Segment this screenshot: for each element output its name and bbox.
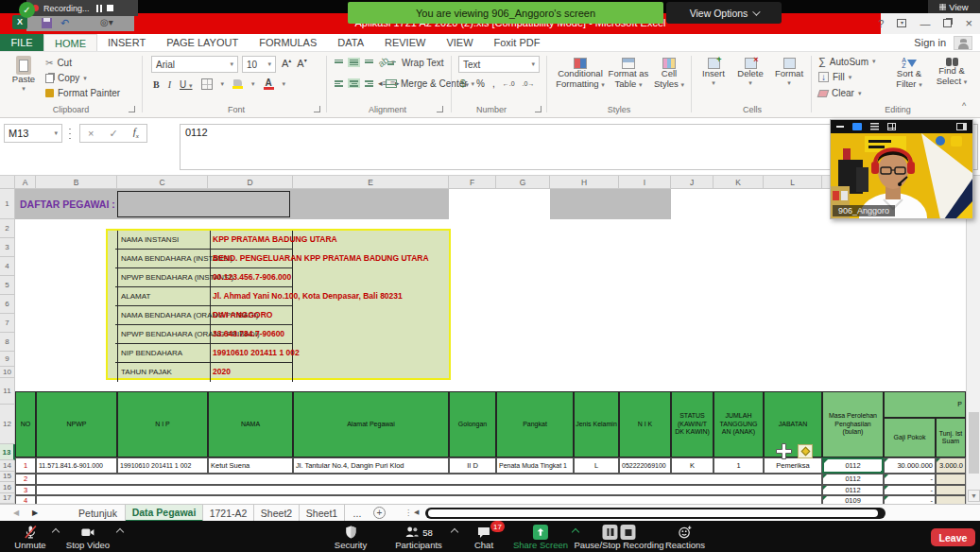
cell-tunjangan[interactable]: 3.000.0	[936, 457, 966, 474]
font-size-select[interactable]: 10 ▾	[242, 56, 276, 73]
align-left-button[interactable]	[333, 78, 345, 88]
col-header-G[interactable]: G	[496, 176, 550, 189]
redo-icon[interactable]: ↷	[81, 17, 90, 29]
row-header-5[interactable]: 5	[0, 276, 15, 295]
list-view-icon[interactable]	[870, 123, 879, 130]
sheet-nav-prev-icon[interactable]: ◀	[13, 509, 19, 517]
align-middle-button[interactable]	[348, 58, 360, 67]
select-all-corner[interactable]	[0, 176, 15, 189]
cut-button[interactable]: ✂ Cut	[45, 58, 72, 68]
align-bottom-button[interactable]	[363, 58, 375, 67]
th-gaji-pokok[interactable]: Gaji Pokok	[884, 418, 936, 457]
row-header-4[interactable]: 4	[0, 257, 15, 276]
sheet-tab-petunjuk[interactable]: Petunjuk	[71, 505, 126, 522]
th-nik[interactable]: N I K	[619, 391, 671, 457]
share-screen-button[interactable]: Share Screen	[513, 525, 568, 550]
align-center-button[interactable]	[348, 78, 360, 88]
reactions-button[interactable]: Reactions	[665, 525, 705, 550]
col-header-J[interactable]: J	[671, 176, 714, 189]
stop-recording-icon[interactable]	[107, 5, 113, 11]
sheet-tab-sheet2[interactable]: Sheet2	[254, 505, 300, 522]
th-jabatan[interactable]: JABATAN	[764, 391, 822, 457]
row-header-13[interactable]: 13	[0, 444, 15, 460]
sheet-nav-next-icon[interactable]: ▶	[32, 509, 38, 517]
bold-button[interactable]: B	[153, 79, 160, 90]
minimize-video-icon[interactable]	[836, 126, 844, 128]
format-as-table-button[interactable]: Format as Table ▾	[607, 58, 650, 90]
align-top-button[interactable]	[333, 58, 345, 67]
th-nama[interactable]: NAMA	[208, 391, 293, 457]
unmute-button[interactable]: Unmute	[14, 525, 45, 550]
font-family-select[interactable]: Arial ▾	[151, 56, 238, 73]
cell-gaji[interactable]: -	[884, 485, 936, 496]
tab-data[interactable]: DATA	[327, 34, 374, 51]
cell-styles-button[interactable]: Cell Styles ▾	[650, 58, 688, 90]
col-header-C[interactable]: C	[117, 176, 208, 189]
th-penghasilan-group[interactable]: P	[884, 391, 966, 418]
row-header-17[interactable]: 17	[0, 493, 15, 505]
empty-row[interactable]	[36, 474, 822, 485]
delete-cells-button[interactable]: × Delete ▾	[733, 58, 767, 87]
info-row[interactable]: NPWP BENDAHARA (INSTANSI) 00.123.456.7-9…	[108, 268, 449, 287]
minimize-button[interactable]: ―	[920, 18, 930, 29]
insert-function-button[interactable]: fx	[133, 126, 139, 140]
empty-row[interactable]	[36, 485, 822, 496]
help-button[interactable]: ?	[878, 18, 884, 29]
row-header-12[interactable]: 12	[0, 405, 15, 444]
col-header-A[interactable]: A	[15, 176, 36, 189]
col-header-F[interactable]: F	[449, 176, 496, 189]
info-row[interactable]: NIP BENDAHARA 19910610 201411 1 002	[108, 344, 449, 363]
col-header-H[interactable]: H	[550, 176, 619, 189]
sign-in-link[interactable]: Sign in	[914, 37, 946, 48]
borders-button[interactable]	[201, 78, 213, 90]
cell-pangkat[interactable]: Penata Muda Tingkat 1	[496, 457, 574, 474]
close-button[interactable]: ×	[965, 16, 972, 30]
cell-alamat[interactable]: Jl. Tantular No.4, Dangin Puri Klod	[293, 457, 449, 474]
row-header-16[interactable]: 16	[0, 482, 15, 493]
cell-tunjangan[interactable]	[936, 474, 966, 485]
cell-masa-selected[interactable]: 0112	[822, 457, 884, 474]
leave-button[interactable]: Leave	[931, 528, 975, 546]
info-row[interactable]: NAMA BENDAHARA (INSTANSI) BEND. PENGELUA…	[108, 250, 449, 268]
col-header-D[interactable]: D	[208, 176, 293, 189]
cancel-entry-button[interactable]: ×	[88, 128, 94, 139]
align-right-button[interactable]	[363, 78, 375, 88]
th-jenis-kelamin[interactable]: Jenis Kelamin	[574, 391, 619, 457]
fill-color-button[interactable]	[232, 79, 243, 89]
cell-nama[interactable]: Ketut Suena	[208, 457, 293, 474]
avatar[interactable]	[954, 36, 972, 50]
th-golongan[interactable]: Golongan	[449, 391, 496, 457]
find-select-button[interactable]: Find & Select ▾	[932, 58, 971, 87]
scroll-down-arrow[interactable]: ▼	[968, 490, 980, 502]
row-header-9[interactable]: 9	[0, 352, 15, 367]
info-row[interactable]: ALAMAT Jl. Ahmad Yani No.100, Kota Denpa…	[108, 287, 449, 306]
number-dialog-launcher[interactable]	[535, 106, 542, 112]
th-pangkat[interactable]: Pangkat	[496, 391, 574, 457]
sheet-tab-overflow[interactable]: ...	[345, 505, 370, 522]
participants-button[interactable]: 58 Participants	[395, 525, 442, 550]
row-header-8[interactable]: 8	[0, 333, 15, 352]
security-button[interactable]: Security	[335, 525, 367, 550]
underline-button[interactable]: U ▾	[180, 79, 193, 90]
tab-formulas[interactable]: FORMULAS	[249, 34, 327, 51]
th-tunjangan[interactable]: Tunj. Ist Suam	[936, 418, 966, 457]
restore-button[interactable]	[943, 19, 952, 27]
active-speaker-view-icon[interactable]	[852, 123, 862, 130]
clipboard-dialog-launcher[interactable]	[129, 106, 135, 112]
th-tanggungan[interactable]: JUMLAH TANGGUNG AN (ANAK)	[714, 391, 764, 457]
tab-insert[interactable]: INSERT	[97, 34, 156, 51]
row-header-6[interactable]: 6	[0, 295, 15, 314]
col-header-B[interactable]: B	[36, 176, 117, 189]
accounting-format-button[interactable]: $▾	[460, 78, 469, 89]
shrink-font-button[interactable]: A▾	[297, 57, 306, 69]
col-header-E[interactable]: E	[293, 176, 449, 189]
cell-jabatan[interactable]: Pemeriksa	[764, 457, 822, 474]
font-dialog-launcher[interactable]	[314, 106, 320, 112]
stop-video-button[interactable]: Stop Video	[66, 525, 110, 550]
new-sheet-button[interactable]: +	[373, 507, 386, 519]
stop-recording-icon[interactable]	[621, 525, 636, 540]
save-icon[interactable]	[42, 18, 52, 28]
col-header-I[interactable]: I	[619, 176, 671, 189]
tab-home[interactable]: HOME	[43, 34, 97, 51]
sheet-tab-1721-a2[interactable]: 1721-A2	[203, 505, 254, 522]
